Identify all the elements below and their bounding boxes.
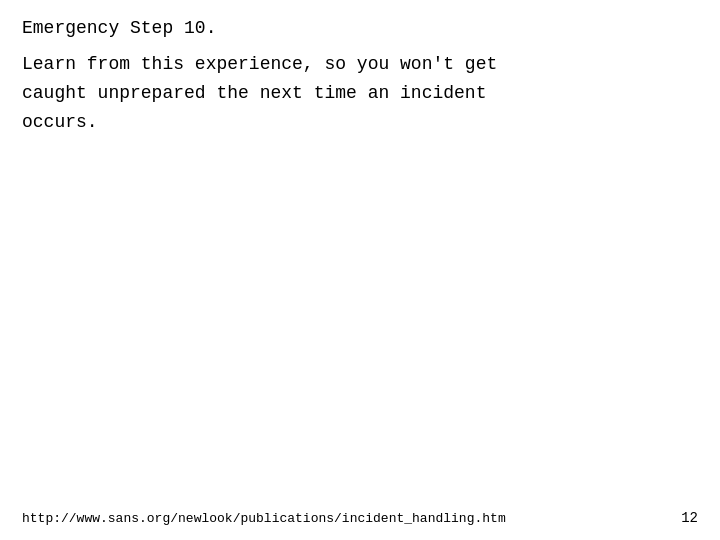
page-container: Emergency Step 10. Learn from this exper… <box>0 0 720 540</box>
footer: http://www.sans.org/newlook/publications… <box>0 510 720 526</box>
page-number: 12 <box>681 510 698 526</box>
body-text: Learn from this experience, so you won't… <box>22 50 698 136</box>
footer-url: http://www.sans.org/newlook/publications… <box>22 511 506 526</box>
slide-title: Emergency Step 10. <box>22 18 698 38</box>
